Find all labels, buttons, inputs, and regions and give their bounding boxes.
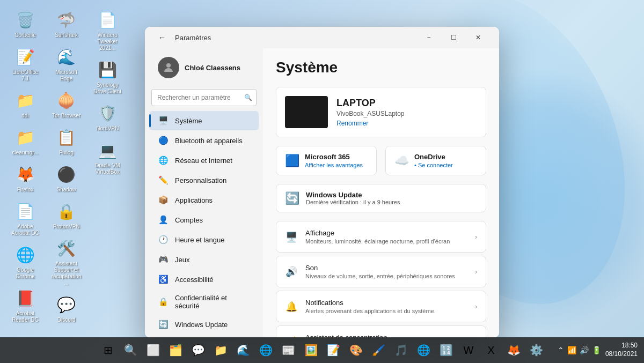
affichage-subtitle: Moniteurs, luminosité, éclairage nocturn… [305,238,467,245]
sidebar-item-windowsupdate[interactable]: 🔄 Windows Update [149,315,259,334]
taskbar-icon-teams[interactable]: 💬 [188,340,208,360]
taskbar-icon-photos[interactable]: 🖼️ [301,340,321,360]
onedrive-card[interactable]: ☁️ OneDrive • Se connecter [385,146,486,175]
taskbar-icon-mediaplayer[interactable]: 🎵 [391,340,411,360]
desktop-icon-nordvpn[interactable]: 🛡️ NordVPN [89,100,126,135]
desktop-icon-libreoffice[interactable]: 📝 LibreOffice 7.1 [6,43,44,85]
taskbar: ⊞🔍⬜🗂️💬📁🌊🌐📰🖼️📝🎨🖌️🎵🌐🔢WX🦊⚙️ ⌃ 📶 🔊 🔋 18:50 0… [0,337,644,363]
sidebar-item-accessibilite[interactable]: ♿ Accessibilité [149,270,259,289]
sidebar-item-systeme[interactable]: 🖥️ Système [149,111,259,130]
desktop-icon-protonvpn[interactable]: 🔒 ProtonVPN [48,198,85,233]
fixlog-icon: 📋 [56,127,77,148]
taskbar-icon-notepad[interactable]: 📝 [323,340,343,360]
notifications-title: Notifications [305,299,467,307]
taskbar-right: ⌃ 📶 🔊 🔋 18:50 08/10/2021 [558,342,638,358]
taskbar-icon-search[interactable]: 🔍 [120,340,141,360]
desktop-icon-ddi[interactable]: 📁 ddi [6,87,44,122]
perso-nav-label: Personnalisation [175,176,226,184]
taskbar-icon-news[interactable]: 📰 [278,340,298,360]
settings-items-list: 🖥️ Affichage Moniteurs, luminosité, écla… [276,221,486,338]
taskbar-icon-paint[interactable]: 🎨 [346,340,366,360]
desktop-icon-firefox[interactable]: 🦊 Firefox [6,161,44,196]
sidebar-item-jeux[interactable]: 🎮 Jeux [149,250,259,269]
taskbar-icon-browser2[interactable]: 🌐 [413,340,434,360]
close-button[interactable]: ✕ [466,29,491,46]
nordvpn-icon: 🛡️ [97,102,118,124]
rename-link[interactable]: Renommer [336,120,477,127]
desktop-icon-edge[interactable]: 🌊 Microsoft Edge [48,43,85,85]
desktop-icon-corbeille[interactable]: 🗑️ Corbeille [6,6,44,41]
desktop-icon-acrobatreader[interactable]: 📕 Acrobat Reader DC [6,285,44,326]
sidebar-item-confidentialite[interactable]: 🔒 Confidentialité et sécurité [149,290,259,314]
desktop-icon-chrome[interactable]: 🌐 Google Chrome [6,241,44,283]
acrobatreader-label: Acrobat Reader DC [9,310,41,323]
affichage-chevron: › [475,233,477,241]
back-button[interactable]: ← [153,29,171,46]
taskbar-icon-start[interactable]: ⊞ [98,340,118,360]
sidebar-item-reseau[interactable]: 🌐 Réseau et Internet [149,151,259,170]
corbeille-icon: 🗑️ [14,9,36,31]
taskbar-icon-taskview[interactable]: ⬜ [143,340,163,360]
acrobat-icon: 📄 [14,201,36,222]
laptop-model: VivoBook_ASUSLaptop [336,110,477,117]
desktop-icon-winaero[interactable]: 📄 Winaero Tweaker 2021... [89,6,126,54]
chrome-label: Google Chrome [9,267,41,280]
desktop-icon-assistant[interactable]: 🛠️ Assistant Support et récupération ... [48,235,85,289]
virtualbox-label: Oracle VM VirtualBox [91,162,123,175]
taskbar-sys-icons: ⌃ 📶 🔊 🔋 [558,346,601,354]
sidebar-item-perso[interactable]: ✏️ Personnalisation [149,171,259,190]
volume-icon[interactable]: 🔊 [580,346,589,354]
ddi-icon: 📁 [14,90,36,111]
sidebar-item-bluetooth[interactable]: 🔵 Bluetooth et appareils [149,131,259,150]
taskbar-icon-photoshop[interactable]: 🖌️ [368,340,389,360]
desktop-icon-shadow[interactable]: ⚫ Shadow [48,161,85,196]
sidebar-item-heure[interactable]: 🕐 Heure et langue [149,230,259,249]
microsoft365-subtitle[interactable]: Afficher les avantages [305,162,363,168]
desktop-icon-torbrowser[interactable]: 🧅 Tor Browser [48,87,85,122]
windowsupdate-nav-label: Windows Update [175,321,228,329]
desktop: 🗑️ Corbeille 📝 LibreOffice 7.1 📁 ddi 📁 c… [0,0,644,363]
settings-item-affichage[interactable]: 🖥️ Affichage Moniteurs, luminosité, écla… [276,221,486,253]
winaero-label: Winaero Tweaker 2021... [91,32,123,51]
settings-item-son[interactable]: 🔊 Son Niveaux de volume, sortie, entrée,… [276,256,486,287]
taskbar-center: ⊞🔍⬜🗂️💬📁🌊🌐📰🖼️📝🎨🖌️🎵🌐🔢WX🦊⚙️ [98,340,546,360]
taskbar-clock[interactable]: 18:50 08/10/2021 [605,342,638,358]
windowsupdate-nav-icon: 🔄 [158,319,169,330]
minimize-button[interactable]: − [416,29,441,46]
desktop-icon-acrobat[interactable]: 📄 Adobe Acrobat DC [6,198,44,239]
shadow-label: Shadow [57,187,76,193]
sidebar-item-comptes[interactable]: 👤 Comptes [149,210,259,229]
desktop-icon-fixlog[interactable]: 📋 Fixlog [48,124,85,159]
desktop-icon-synology[interactable]: 💾 Synology Drive Client [89,56,126,98]
search-input[interactable] [151,89,257,106]
maximize-button[interactable]: ☐ [441,29,466,46]
desktop-icon-surfshark[interactable]: 🦈 Surfshark [48,6,85,41]
taskbar-icon-widgets[interactable]: 🗂️ [165,340,186,360]
user-profile[interactable]: Chloé Claessens [149,50,259,85]
acrobatreader-icon: 📕 [14,287,36,309]
desktop-icon-cleanmgr[interactable]: 📁 cleanmgr... [6,124,44,159]
desktop-icon-discord[interactable]: 💬 Discord [48,291,85,326]
battery-icon[interactable]: 🔋 [592,346,601,354]
sidebar-item-applications[interactable]: 📦 Applications [149,190,259,210]
taskbar-icon-explorer[interactable]: 📁 [210,340,231,360]
desktop-icon-virtualbox[interactable]: 💻 Oracle VM VirtualBox [89,137,126,178]
taskbar-icon-calc[interactable]: 🔢 [436,340,456,360]
taskbar-icon-excel[interactable]: X [481,340,501,360]
cleanmgr-icon: 📁 [14,127,36,148]
settings-item-concentration[interactable]: 🌙 Assistant de concentration Notificatio… [276,325,486,338]
settings-item-notifications[interactable]: 🔔 Notifications Alertes provenant des ap… [276,291,486,322]
onedrive-subtitle[interactable]: • Se connecter [414,162,453,168]
systeme-nav-label: Système [175,117,202,125]
windows-update-banner[interactable]: 🔄 Windows Update Dernière vérification :… [276,184,486,212]
taskbar-icon-settings-tb[interactable]: ⚙️ [526,340,546,360]
taskbar-icon-chrome-tb[interactable]: 🌐 [255,340,276,360]
microsoft365-card[interactable]: 🟦 Microsoft 365 Afficher les avantages [276,146,377,175]
taskbar-icon-word[interactable]: W [458,340,479,360]
system-tray-expand[interactable]: ⌃ [558,346,564,354]
taskbar-icon-browser3[interactable]: 🦊 [503,340,524,360]
protonvpn-label: ProtonVPN [53,224,80,230]
wifi-icon[interactable]: 📶 [567,346,576,354]
taskbar-icon-edge-tb[interactable]: 🌊 [233,340,253,360]
corbeille-label: Corbeille [14,32,35,39]
